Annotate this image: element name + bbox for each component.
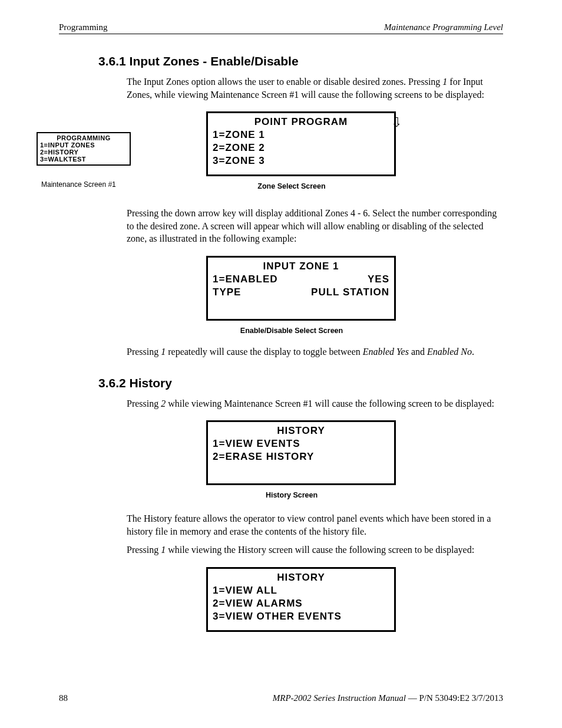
lcd-history-view: HISTORY 1=VIEW ALL 2=VIEW ALARMS 3=VIEW … (206, 567, 396, 632)
heading-3-6-1: 3.6.1 Input Zones - Enable/Disable (98, 54, 503, 68)
lcd-line-right: PULL STATION (311, 286, 389, 299)
page-number: 88 (59, 693, 68, 703)
lcd-line: 1=VIEW EVENTS (213, 437, 389, 450)
heading-3-6-2: 3.6.2 History (98, 376, 503, 390)
lcd-line: 1=ZONE 1 (213, 129, 389, 141)
paragraph-3-6-2-intro: Pressing 2 while viewing Maintenance Scr… (127, 397, 503, 410)
text: Pressing (127, 398, 161, 409)
lcd-enable-wrap: INPUT ZONE 1 1=ENABLED YES TYPE PULL STA… (206, 256, 395, 321)
page-header: Programming Maintenance Programming Leve… (59, 22, 503, 34)
lcd-line: 3=WALKTEST (40, 156, 127, 163)
text: and (409, 347, 427, 357)
lcd-line: 2=VIEW ALARMS (213, 597, 389, 610)
lcd-caption-enable: Enable/Disable Select Screen (197, 327, 386, 335)
paragraph-3-6-1-intro: The Input Zones option allows the user t… (127, 75, 503, 101)
lcd-title: PROGRAMMING (40, 134, 127, 141)
lcd-title: HISTORY (213, 571, 389, 584)
lcd-history: HISTORY 1=VIEW EVENTS 2=ERASE HISTORY (206, 420, 396, 485)
state-enabled-no: Enabled No (427, 347, 472, 357)
paragraph-3-6-1-zones: Pressing the down arrow key will display… (127, 207, 503, 245)
lcd-line: 3=ZONE 3 (213, 154, 389, 167)
lcd-line-left: 1=ENABLED (213, 273, 278, 286)
lcd-line: 1=INPUT ZONES (40, 141, 127, 149)
state-enabled-yes: Enabled Yes (363, 347, 409, 357)
lcd-line: 1=VIEW ALL (213, 584, 389, 597)
text: Pressing (127, 347, 161, 357)
header-right: Maintenance Programming Level (384, 22, 503, 32)
manual-title: MRP-2002 Series Instruction Manual (273, 693, 406, 703)
lcd-title: POINT PROGRAM (213, 116, 389, 129)
paragraph-3-6-1-toggle: Pressing 1 repeatedly will cause the dis… (127, 345, 503, 358)
footer-right: MRP-2002 Series Instruction Manual — P/N… (273, 693, 503, 703)
lcd-history-wrap: HISTORY 1=VIEW EVENTS 2=ERASE HISTORY (206, 420, 395, 485)
lcd-caption-zone-select: Zone Select Screen (197, 182, 386, 190)
text: repeatedly will cause the display to tog… (166, 347, 363, 357)
lcd-maintenance-screen: PROGRAMMING 1=INPUT ZONES 2=HISTORY 3=WA… (37, 132, 131, 166)
lcd-enable-disable: INPUT ZONE 1 1=ENABLED YES TYPE PULL STA… (206, 256, 396, 321)
page-footer: 88 MRP-2002 Series Instruction Manual — … (59, 693, 503, 703)
lcd-line-right: YES (368, 273, 389, 286)
lcd-title: INPUT ZONE 1 (213, 260, 389, 273)
lcd-caption-history: History Screen (197, 491, 386, 499)
header-left: Programming (59, 22, 108, 32)
lcd-zone-select-wrap: POINT PROGRAM 1=ZONE 1 2=ZONE 2 3=ZONE 3… (206, 111, 395, 176)
paragraph-3-6-2-desc: The History feature allows the operator … (127, 512, 503, 538)
lcd-history2-wrap: HISTORY 1=VIEW ALL 2=VIEW ALARMS 3=VIEW … (206, 567, 395, 632)
lcd-line: 2=HISTORY (40, 149, 127, 156)
text: Pressing (127, 545, 161, 555)
paragraph-3-6-2-press1: Pressing 1 while viewing the History scr… (127, 543, 503, 556)
down-arrow-icon: ⇩ (391, 115, 402, 130)
text: while viewing Maintenance Screen #1 will… (166, 398, 494, 409)
sep: — (406, 693, 419, 703)
lcd-line-left: TYPE (213, 286, 241, 299)
lcd-line: 2=ERASE HISTORY (213, 450, 389, 463)
part-number: P/N 53049:E2 3/7/2013 (419, 693, 503, 703)
lcd-caption-maintenance: Maintenance Screen #1 (41, 180, 116, 189)
text: . (472, 347, 474, 357)
lcd-line: 2=ZONE 2 (213, 141, 389, 154)
lcd-line: 3=VIEW OTHER EVENTS (213, 610, 389, 623)
lcd-zone-select: POINT PROGRAM 1=ZONE 1 2=ZONE 2 3=ZONE 3 (206, 111, 396, 176)
text: while viewing the History screen will ca… (166, 545, 474, 555)
lcd-title: HISTORY (213, 424, 389, 437)
text: The Input Zones option allows the user t… (127, 77, 442, 87)
